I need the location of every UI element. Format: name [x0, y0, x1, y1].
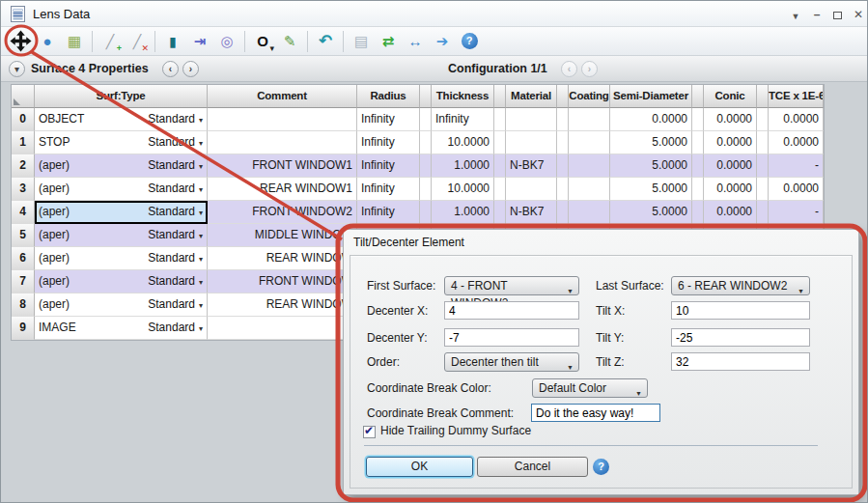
swap-arrows-icon[interactable]: ⇄ [376, 29, 401, 54]
cell-thickness[interactable]: Infinity [432, 108, 494, 131]
first-surface-dropdown[interactable]: 4 - FRONT WINDOW2▼ [444, 276, 579, 295]
cell-solve[interactable] [757, 178, 769, 201]
cell-comment[interactable]: MIDDLE WINDOW [208, 224, 357, 247]
cell-solve[interactable] [494, 154, 506, 178]
cb-comment-input[interactable] [531, 404, 660, 422]
previous-surface-button[interactable]: ‹ [162, 61, 179, 77]
cell-solve[interactable] [557, 201, 569, 224]
list-icon[interactable]: ▤ [349, 29, 374, 54]
surf-type-cell[interactable]: STOPStandard▾ [35, 131, 208, 154]
circle-tool-icon[interactable]: O▾ [250, 29, 275, 54]
next-configuration-button[interactable]: › [581, 61, 598, 77]
cell-material[interactable] [506, 108, 557, 131]
row-number[interactable]: 2 [12, 154, 35, 178]
cell-semi[interactable]: 0.0000 [610, 108, 692, 131]
surf-type-cell[interactable]: (aper)Standard▾ [35, 154, 208, 178]
cell-material[interactable] [506, 131, 557, 154]
element-icon[interactable]: ▮ [160, 29, 185, 54]
cell-coating[interactable] [569, 201, 610, 224]
cell-comment[interactable]: FRONT WINDOW1 [208, 154, 357, 178]
cell-solve[interactable] [557, 178, 569, 201]
surf-type-cell[interactable]: IMAGEStandard▾ [35, 317, 208, 340]
element-arrow-icon[interactable]: ⇥ [187, 29, 212, 54]
cell-solve[interactable] [420, 108, 432, 131]
cell-comment[interactable]: REAR WINDOW [208, 247, 357, 270]
row-number[interactable]: 3 [12, 178, 35, 201]
row-number[interactable]: 1 [12, 131, 35, 154]
row-number[interactable]: 9 [12, 317, 35, 340]
surf-type-cell[interactable]: (aper)Standard▾ [35, 293, 208, 317]
cell-thickness[interactable]: 1.0000 [432, 154, 494, 178]
cell-solve[interactable] [757, 131, 769, 154]
surface-type-dropdown[interactable]: Standard▾ [148, 293, 203, 316]
cell-comment[interactable]: FRONT WINDOW2 [208, 201, 357, 224]
go-arrow-icon[interactable]: ➔ [430, 29, 455, 54]
scale-brush-icon[interactable]: ✎ [277, 29, 302, 54]
cell-tce[interactable]: - [769, 201, 824, 224]
surface-type-dropdown[interactable]: Standard▾ [148, 154, 203, 177]
surface-type-dropdown[interactable]: Standard▾ [148, 317, 203, 339]
cell-conic[interactable]: 0.0000 [704, 131, 757, 154]
cell-radius[interactable]: Infinity [357, 108, 420, 131]
row-number[interactable]: 7 [12, 270, 35, 293]
minimize-button[interactable]: – [808, 9, 826, 22]
cell-radius[interactable]: Infinity [357, 201, 420, 224]
row-number[interactable]: 6 [12, 247, 35, 270]
surf-type-cell[interactable]: (aper)Standard▾ [35, 224, 208, 247]
move-icon[interactable] [8, 29, 33, 54]
tilt-x-input[interactable] [671, 301, 810, 320]
surf-type-cell[interactable]: (aper)Standard▾ [35, 270, 208, 293]
cell-conic[interactable]: 0.0000 [704, 178, 757, 201]
cell-coating[interactable] [569, 131, 610, 154]
cell-thickness[interactable]: 10.0000 [432, 178, 494, 201]
cb-color-dropdown[interactable]: Default Color▼ [532, 378, 648, 398]
cell-tce[interactable]: - [769, 154, 824, 178]
cell-coating[interactable] [569, 178, 610, 201]
cell-solve[interactable] [420, 131, 432, 154]
surface-type-dropdown[interactable]: Standard▾ [148, 270, 203, 293]
cell-semi[interactable]: 5.0000 [610, 154, 692, 178]
cell-radius[interactable]: Infinity [357, 131, 420, 154]
cell-solve[interactable] [494, 108, 506, 131]
cell-comment[interactable]: FRONT WINDOW [208, 270, 357, 293]
cell-solve[interactable] [692, 131, 704, 154]
tilt-z-input[interactable] [671, 352, 810, 371]
cell-solve[interactable] [420, 154, 432, 178]
undo-arrow-icon[interactable]: ↶ [313, 29, 338, 54]
cell-tce[interactable]: 0.0000 [769, 131, 824, 154]
surface-type-dropdown[interactable]: Standard▾ [148, 247, 203, 269]
cell-coating[interactable] [569, 154, 610, 178]
aperture-icon[interactable]: ◎ [214, 29, 239, 54]
surf-type-cell[interactable]: OBJECTStandard▾ [35, 108, 208, 131]
cell-thickness[interactable]: 10.0000 [432, 131, 494, 154]
cell-comment[interactable] [208, 108, 357, 131]
cell-conic[interactable]: 0.0000 [704, 201, 757, 224]
map-icon[interactable]: ▦ [62, 29, 87, 54]
cell-solve[interactable] [494, 201, 506, 224]
cell-material[interactable] [506, 178, 557, 201]
cell-thickness[interactable]: 1.0000 [432, 201, 494, 224]
cell-semi[interactable]: 5.0000 [610, 178, 692, 201]
cell-conic[interactable]: 0.0000 [704, 154, 757, 178]
cell-solve[interactable] [557, 154, 569, 178]
surface-type-dropdown[interactable]: Standard▾ [148, 108, 203, 130]
surf-type-cell[interactable]: (aper)Standard▾ [35, 178, 208, 201]
cancel-button[interactable]: Cancel [477, 457, 588, 477]
cell-semi[interactable]: 5.0000 [610, 201, 692, 224]
cell-solve[interactable] [420, 201, 432, 224]
cell-solve[interactable] [757, 108, 769, 131]
cell-material[interactable]: N-BK7 [506, 154, 557, 178]
cell-solve[interactable] [557, 108, 569, 131]
cell-conic[interactable]: 0.0000 [704, 108, 757, 131]
order-dropdown[interactable]: Decenter then tilt▼ [444, 352, 579, 372]
collapse-properties-button[interactable]: ▾ [9, 61, 25, 77]
cell-solve[interactable] [757, 201, 769, 224]
help-icon[interactable]: ? [457, 29, 482, 54]
cell-tce[interactable]: 0.0000 [769, 108, 824, 131]
cell-tce[interactable]: 0.0000 [769, 178, 824, 201]
cell-solve[interactable] [494, 131, 506, 154]
last-surface-dropdown[interactable]: 6 - REAR WINDOW2▼ [671, 276, 810, 295]
surface-type-dropdown[interactable]: Standard▾ [148, 131, 203, 154]
cell-solve[interactable] [692, 108, 704, 131]
cell-solve[interactable] [757, 154, 769, 178]
